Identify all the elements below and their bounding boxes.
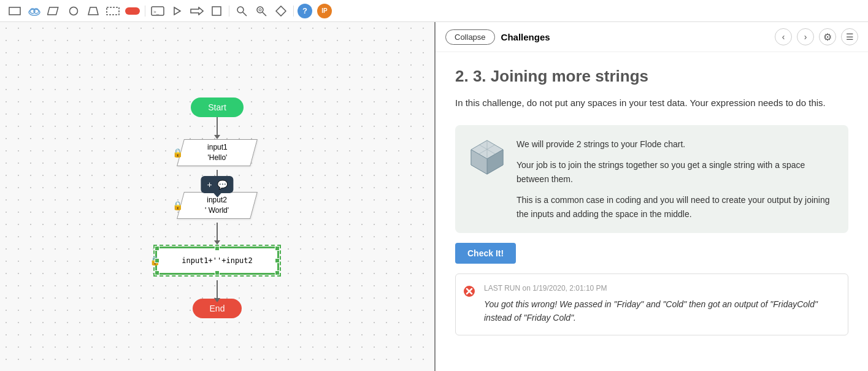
panel-header-right: ‹ › ⚙ ☰ (775, 28, 858, 45)
right-panel: Collapse Challenges ‹ › ⚙ ☰ 2. 3. Joinin… (436, 22, 868, 371)
arrow3 (217, 223, 218, 241)
svg-marker-4 (48, 7, 58, 15)
result-text: You got this wrong! We passed in "Friday… (484, 297, 838, 325)
handle-ml[interactable] (155, 258, 159, 263)
challenge-card-text: We will provide 2 strings to your Flode … (517, 137, 836, 221)
card-line2: Your job is to join the strings together… (517, 158, 836, 186)
challenge-description: In this challenge, do not put any spaces… (455, 96, 848, 110)
result-error-icon (463, 285, 475, 300)
cloud-tool[interactable] (26, 4, 43, 18)
canvas-area[interactable]: Start 🔒 input1 'Hello' (0, 22, 436, 371)
panel-header-left: Collapse Challenges (445, 29, 550, 45)
handle-tr[interactable] (275, 246, 280, 251)
result-content: LAST RUN on 1/19/2020, 2:01:10 PM You go… (484, 284, 838, 325)
handle-br[interactable] (275, 270, 280, 275)
divider2 (229, 6, 229, 17)
rectangle-tool[interactable] (6, 4, 23, 18)
challenge-title: 2. 3. Joining more strings (455, 67, 848, 86)
dashed-rect-tool[interactable] (104, 4, 121, 18)
check-it-button[interactable]: Check It! (455, 243, 516, 264)
result-meta: LAST RUN on 1/19/2020, 2:01:10 PM (484, 284, 838, 293)
svg-marker-6 (88, 7, 98, 15)
arrow4 (217, 280, 218, 299)
add-tooltip-icon[interactable]: + (207, 180, 212, 189)
challenge-card: We will provide 2 strings to your Flode … (455, 125, 848, 233)
expression-text: input1+''+input2 (182, 256, 253, 265)
svg-text:>_: >_ (153, 9, 159, 15)
search2-tool[interactable] (253, 4, 270, 18)
help-tool[interactable]: ? (298, 4, 312, 18)
svg-marker-11 (174, 7, 180, 15)
arrow1 (217, 117, 218, 136)
handle-mr[interactable] (275, 258, 280, 263)
stop-tool[interactable] (208, 4, 225, 18)
next-button[interactable]: › (797, 28, 814, 45)
divider1 (145, 6, 145, 17)
circle-tool[interactable] (65, 4, 82, 18)
expression-node[interactable]: 🔒 input1+''+input2 (156, 247, 278, 274)
svg-line-17 (263, 12, 266, 16)
result-card: LAST RUN on 1/19/2020, 2:01:10 PM You go… (455, 273, 848, 335)
result-date: on 1/19/2020, 2:01:10 PM (522, 284, 607, 293)
card-line3: This is a common case in coding and you … (517, 193, 836, 221)
collapse-button[interactable]: Collapse (445, 29, 495, 45)
svg-line-15 (243, 12, 247, 16)
handle-tl[interactable] (155, 246, 159, 251)
svg-point-5 (70, 7, 78, 15)
search1-tool[interactable] (233, 4, 250, 18)
prev-button[interactable]: ‹ (775, 28, 792, 45)
handle-bl[interactable] (155, 270, 159, 275)
input1-node[interactable]: 🔒 input1 'Hello' (177, 139, 258, 166)
svg-rect-13 (212, 7, 221, 15)
play-tool[interactable] (169, 4, 186, 18)
comment-tooltip-icon[interactable]: 💬 (217, 180, 228, 189)
svg-point-14 (237, 7, 244, 13)
terminal-tool[interactable]: >_ (149, 4, 166, 18)
svg-point-18 (259, 9, 261, 11)
user-avatar[interactable]: IP (317, 4, 332, 18)
svg-marker-12 (191, 7, 203, 15)
handle-tm[interactable] (215, 246, 220, 251)
input1-text: input1 'Hello' (207, 142, 228, 163)
pill-tool[interactable] (124, 4, 141, 18)
flowchart: Start 🔒 input1 'Hello' (153, 98, 281, 318)
input2-text: input2 ' World' (205, 195, 229, 216)
arrow-tool[interactable] (188, 4, 205, 18)
start-node[interactable]: Start (191, 98, 244, 117)
diamond-tool[interactable] (272, 4, 290, 18)
svg-rect-0 (9, 7, 20, 15)
parallelogram-tool[interactable] (45, 4, 63, 18)
panel-content: 2. 3. Joining more strings In this chall… (436, 52, 868, 371)
menu-button[interactable]: ☰ (841, 28, 858, 45)
svg-marker-19 (276, 6, 286, 16)
input2-icon: 🔒 (172, 201, 183, 210)
handle-bm[interactable] (215, 270, 220, 275)
challenge-icon (467, 137, 504, 174)
svg-rect-7 (107, 7, 119, 15)
input1-icon: 🔒 (172, 148, 183, 158)
trapezoid-tool[interactable] (85, 4, 102, 18)
divider3 (293, 6, 294, 17)
toolbar: >_ ? IP (0, 0, 868, 22)
panel-header: Collapse Challenges ‹ › ⚙ ☰ (436, 22, 868, 52)
card-line1: We will provide 2 strings to your Flode … (517, 137, 836, 151)
panel-title: Challenges (501, 32, 550, 42)
svg-point-16 (257, 7, 263, 13)
svg-rect-8 (125, 7, 140, 15)
main-layout: Start 🔒 input1 'Hello' (0, 22, 868, 371)
input2-node[interactable]: 🔒 input2 ' World' (177, 192, 258, 219)
settings-button[interactable]: ⚙ (819, 28, 836, 45)
